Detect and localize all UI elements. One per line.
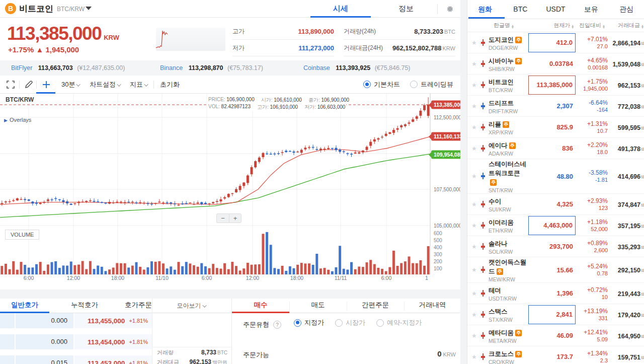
favorite-star-icon[interactable]: ★ xyxy=(471,353,480,360)
add-indicator-icon[interactable] xyxy=(42,80,51,89)
coin-row[interactable]: ★ 솔라나주 SOL/KRW 293,700 +0.89% 2,600 335,… xyxy=(467,236,644,257)
coin-volume: 2,866,194백만 xyxy=(608,38,644,47)
ask-price-cell[interactable]: 113,454,000 +1.81% xyxy=(74,334,152,349)
order-form-panel: 매수 매도 간편주문 거래내역 주문유형 ? 지정가 시장가 예약-지정가 주문… xyxy=(231,299,460,364)
tab-quick-order[interactable]: 간편주문 xyxy=(347,299,404,313)
ask-row[interactable]: 0.000 113,455,000 +1.81% xyxy=(0,313,152,328)
coin-row[interactable]: ★ 스택스주 STX/KRW 2,841 +13.19% 331 179,420… xyxy=(467,304,644,325)
mini-trend-icon xyxy=(480,353,489,360)
mini-trend-icon xyxy=(480,145,489,152)
coin-price: 412.0 xyxy=(528,33,576,52)
help-icon[interactable]: ? xyxy=(273,321,281,329)
coin-name-cell: 스테이터스네트워크토큰주 SNT/KRW xyxy=(489,159,528,193)
coin-row[interactable]: ★ 캣인어독스월드주 MEW/KRW 15.66 +5.24% 0.78 292… xyxy=(467,257,644,283)
ask-row[interactable]: 0.015 113,453,000 +1.81% xyxy=(0,355,152,364)
tab-holdings[interactable]: 보유 xyxy=(574,0,609,19)
coin-dropdown-caret-icon[interactable] xyxy=(86,7,92,10)
radio-tradingview[interactable]: 트레이딩뷰 xyxy=(410,80,453,89)
favorite-star-icon[interactable]: ★ xyxy=(471,103,480,110)
coin-volume: 179,420백만 xyxy=(608,310,644,319)
tab-sell[interactable]: 매도 xyxy=(289,299,347,313)
volume-axis-tick: 600 xyxy=(434,231,442,236)
tab-krw-market[interactable]: 원화 xyxy=(467,0,503,19)
gear-icon[interactable] xyxy=(445,5,454,14)
favorite-star-icon[interactable]: ★ xyxy=(471,290,480,297)
ask-row[interactable]: 0.000 113,454,000 +1.81% xyxy=(0,334,152,349)
coin-row[interactable]: ★ 메타디움주 META/KRW 46.09 +12.41% 5.09 164,… xyxy=(467,325,644,346)
coin-header: B 비트코인 BTC/KRW 시세 정보 xyxy=(0,0,460,18)
sort-by-name[interactable]: 한글명▲▼ xyxy=(471,22,545,29)
zoom-out-button[interactable]: − xyxy=(216,213,229,223)
ask-change-pct: +1.81% xyxy=(129,318,148,324)
favorite-star-icon[interactable]: ★ xyxy=(471,311,480,318)
coin-symbol: BTC/KRW xyxy=(489,87,526,93)
coin-row[interactable]: ★ 시바이누주 SHIB/KRW 0.03784 +4.65% 0.00168 … xyxy=(467,53,644,75)
coin-volume: 164,950백만 xyxy=(608,331,644,340)
coin-name: 비트코인 xyxy=(19,3,53,15)
currency-label: KRW xyxy=(104,34,119,41)
tab-info[interactable]: 정보 xyxy=(376,0,436,18)
coin-row[interactable]: ★ 스테이터스네트워크토큰주 SNT/KRW 48.80 -3.58% -1.8… xyxy=(467,159,644,194)
sort-by-price[interactable]: 현재가▲▼ xyxy=(545,22,574,29)
favorite-star-icon[interactable]: ★ xyxy=(471,243,480,250)
favorite-star-icon[interactable]: ★ xyxy=(471,39,480,46)
sort-by-change[interactable]: 전일대비▲▼ xyxy=(574,22,605,29)
ask-price-cell[interactable]: 113,455,000 +1.81% xyxy=(74,313,152,328)
exchange-name[interactable]: BitFlyer xyxy=(11,64,32,71)
exchange-name[interactable]: Coinbase xyxy=(303,64,330,71)
favorite-star-icon[interactable]: ★ xyxy=(471,222,480,229)
favorite-star-icon[interactable]: ★ xyxy=(471,332,480,339)
mini-trend-icon xyxy=(480,311,489,318)
overlays-toggle[interactable]: ▶Overlays xyxy=(4,117,31,123)
coin-row[interactable]: ★ 리플주 XRP/KRW 825.9 +1.31% 10.7 599,595백… xyxy=(467,117,644,138)
ask-spacer-cell xyxy=(0,334,15,349)
tab-favorites[interactable]: 관심 xyxy=(609,0,644,19)
caution-badge: 주 xyxy=(503,121,509,128)
active-tab-underline xyxy=(468,17,505,19)
exchange-name[interactable]: Binance xyxy=(160,64,183,71)
collapse-view-dropdown[interactable]: 모아보기 xyxy=(152,299,231,313)
tab-market[interactable]: 시세 xyxy=(310,0,371,18)
tab-btc-market[interactable]: BTC xyxy=(503,0,538,19)
chart-info-item: 고가: 106,910,000 xyxy=(257,104,298,111)
coin-row[interactable]: ★ 테더주 USDT/KRW 1,396 +0.72% 10 219,443백만 xyxy=(467,283,644,304)
tab-trade-history[interactable]: 거래내역 xyxy=(404,299,461,313)
candlestick-chart[interactable]: BTC/KRW PRICE: 106,900,000 시가: 106,610,0… xyxy=(0,94,460,289)
radio-reserve-order[interactable]: 예약-지정가 xyxy=(376,318,422,327)
order-form-tabs: 매수 매도 간편주문 거래내역 xyxy=(232,299,460,313)
tab-buy[interactable]: 매수 xyxy=(232,299,289,313)
coin-row[interactable]: ★ 도지코인주 DOGE/KRW 412.0 +7.01% 27.0 2,866… xyxy=(467,32,644,53)
coin-row[interactable]: ★ 크로노스주 CRO/KRW 173.7 +1.34% 2.3 159,751… xyxy=(467,346,644,364)
favorite-star-icon[interactable]: ★ xyxy=(471,145,480,152)
radio-market-order[interactable]: 시장가 xyxy=(335,318,365,327)
pencil-icon[interactable] xyxy=(24,80,33,89)
coin-row[interactable]: ★ 에이다주 ADA/KRW 836 +2.20% 18.0 491,378백만 xyxy=(467,138,644,159)
coin-row[interactable]: ★ 수이주 SUI/KRW 4,325 +2.93% 123 374,847백만 xyxy=(467,194,644,215)
tab-orderbook[interactable]: 일반호가 xyxy=(0,299,49,313)
fullscreen-icon[interactable] xyxy=(6,80,15,89)
coin-row[interactable]: ★ 드리프트주 DRIFT/KRW 2,307 -6.64% -164 772,… xyxy=(467,96,644,117)
indicator-dropdown[interactable]: 지표 xyxy=(130,76,148,93)
favorite-star-icon[interactable]: ★ xyxy=(471,82,480,89)
interval-dropdown[interactable]: 30분 xyxy=(61,76,80,93)
zoom-in-button[interactable]: + xyxy=(229,213,242,223)
tab-usdt-market[interactable]: USDT xyxy=(538,0,573,19)
radio-limit-order[interactable]: 지정가 xyxy=(294,318,324,327)
ask-price-cell[interactable]: 113,453,000 +1.81% xyxy=(74,355,152,364)
coin-row[interactable]: ★ 이더리움주 ETH/KRW 4,463,000 +1.18% 52,000 … xyxy=(467,215,644,236)
favorite-star-icon[interactable]: ★ xyxy=(471,173,480,180)
coin-row[interactable]: ★ 비트코인주 BTC/KRW 113,385,000 +1.75% 1,945… xyxy=(467,75,644,96)
radio-basic-chart[interactable]: 기본차트 xyxy=(363,80,400,89)
favorite-star-icon[interactable]: ★ xyxy=(471,124,480,131)
coin-change: +4.65% 0.00168 xyxy=(576,57,608,71)
order-form-body: 주문유형 ? 지정가 시장가 예약-지정가 주문가능 0KRW − + xyxy=(232,313,461,364)
chart-settings-dropdown[interactable]: 차트설정 xyxy=(90,76,121,93)
coin-name-cell: 테더주 USDT/KRW xyxy=(489,285,528,302)
sort-by-volume[interactable]: 거래대금▲▼ xyxy=(605,22,644,29)
reset-button[interactable]: 초기화 xyxy=(160,76,180,93)
favorite-star-icon[interactable]: ★ xyxy=(471,201,480,208)
tab-cumulative[interactable]: 누적호가 xyxy=(59,299,110,313)
favorite-star-icon[interactable]: ★ xyxy=(471,60,480,67)
coin-price: 2,841 xyxy=(528,305,576,324)
favorite-star-icon[interactable]: ★ xyxy=(471,266,480,273)
